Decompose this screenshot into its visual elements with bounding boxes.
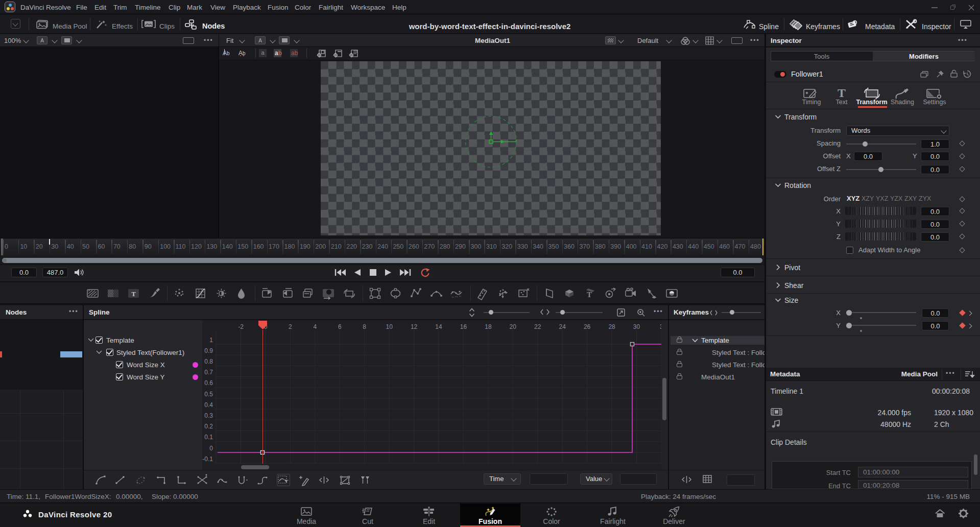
svg-text:T: T xyxy=(587,291,592,299)
svg-text:T: T xyxy=(131,290,136,298)
